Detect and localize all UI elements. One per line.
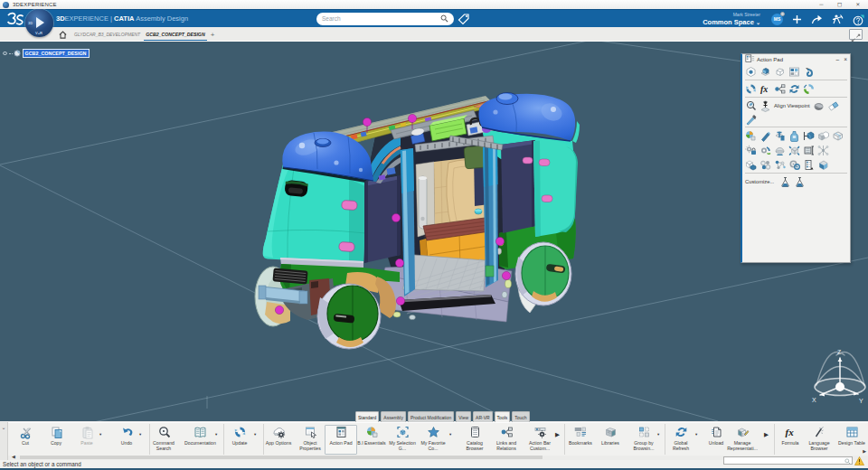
material-bottle-icon[interactable] [788,130,800,142]
connections-icon[interactable] [817,145,829,156]
set-viewpoint-icon[interactable] [760,100,771,112]
gear-update-icon[interactable] [760,145,771,156]
view-triad[interactable]: Z X Y [812,349,865,404]
actionbar-tab-tools[interactable]: Tools [495,411,511,422]
box-pair-icon[interactable] [745,159,757,171]
toolbar-item-action-pad[interactable]: Action Pad [325,425,357,455]
help-compass-icon[interactable] [853,14,864,25]
toolbar-item-my-selection[interactable]: My Selection G... [386,426,419,452]
gear-cluster-icon[interactable] [760,159,771,171]
toolbar-item-group-by[interactable]: Group by Browsin... [627,426,660,452]
toolbar-item-cut[interactable]: Cut [9,426,42,446]
toolbar-item-catalog-browser[interactable]: Catalog Browser [458,426,491,452]
tag-icon[interactable] [458,13,470,25]
panel-close-button[interactable]: × [844,55,847,64]
toolbar-collapse-rail[interactable]: ⌄ [0,422,8,460]
measure-item-icon[interactable] [745,130,757,142]
toolbar-item-libraries[interactable]: Libraries [594,426,627,446]
gear-lock-icon[interactable] [745,145,757,156]
customize-link[interactable]: Customize... [745,179,774,184]
action-pad-glyph-icon[interactable] [745,53,755,65]
align-viewpoint-label[interactable]: Align Viewpoint [774,103,810,108]
tree-node-root[interactable]: GCB2_CONCEPT_DESIGN [3,49,90,58]
actionbar-tab-view[interactable]: View [456,411,471,422]
eraser-icon[interactable] [827,100,839,112]
toolbar-item-app-options[interactable]: App Options [262,426,295,446]
toolbar-item-copy[interactable]: Copy [40,426,72,446]
tree-expander-icon[interactable] [3,52,7,56]
dropdown-arrow[interactable]: ▾ [449,432,451,437]
toolbar-item-bi-essentials[interactable]: B.I Essentials [355,426,388,446]
list-panel-icon[interactable] [803,159,815,171]
toolbar-item-links-relations[interactable]: Links and Relations [490,426,523,452]
search-input[interactable]: Search [316,13,454,25]
section-expand-arrow[interactable]: ▶ [764,431,769,438]
product-structure-icon[interactable] [745,66,757,78]
new-tab-button[interactable]: + [211,31,215,39]
toolbar-item-update[interactable]: Update [223,426,256,446]
fix-component-icon[interactable] [803,145,815,156]
zoom-area-icon[interactable] [745,100,757,112]
section-expand-arrow[interactable]: ▶ [555,431,560,438]
toolbar-item-formula[interactable]: Formula [774,426,807,446]
component-box-icon[interactable] [817,159,829,171]
clamp-a-icon[interactable] [774,130,786,142]
action-pad-header[interactable]: Action Pad –× [742,54,850,64]
actionbar-tab-product-modification[interactable]: Product Modification [408,411,454,422]
refresh-icon[interactable] [788,83,800,95]
toolbar-item-manage-representations[interactable]: Manage Representati... [726,426,759,452]
actionbar-tab-standard[interactable]: Standard [355,411,379,422]
assembly-tools-icon[interactable] [803,66,815,78]
clay-mode-icon[interactable] [813,100,825,112]
toolbar-item-object-properties[interactable]: Object Properties [294,426,326,452]
toolbar-overflow-arrow[interactable]: ▶ [863,448,866,454]
warning-icon[interactable] [854,456,864,465]
experience-a-icon[interactable] [779,176,791,188]
toolbar-item-my-favorite[interactable]: My Favorite Co... [417,426,449,452]
communities-icon[interactable] [832,14,844,24]
pipette-icon[interactable] [745,114,757,126]
actionbar-tab-touch[interactable]: Touch [512,411,529,422]
minimize-button[interactable]: – [819,0,823,9]
3d-viewport[interactable]: Z X Y GCB2_CONCEPT_DESIGN [0,42,868,421]
toolbar-item-paste[interactable]: Paste [71,426,103,446]
global-update-icon[interactable] [803,83,815,95]
share-icon[interactable] [811,14,823,24]
insert-component-icon[interactable] [760,66,771,78]
shuttle-model[interactable] [255,93,580,350]
insert-panel-icon[interactable] [788,66,800,78]
toolbar-item-actionbar-customize[interactable]: Action Bar Custom... [524,426,556,452]
clamp-b-icon[interactable] [803,130,815,142]
breadcrumb-development[interactable]: GLYDCAR_B3_DEVELOPMENT [74,32,140,37]
panel-minimize-button[interactable]: – [836,55,840,64]
toolbar-item-bookmarks[interactable]: Bookmarks [564,426,597,446]
avatar[interactable]: MS [771,14,783,25]
toolbar-item-command-search[interactable]: Command Search [147,426,180,452]
command-input[interactable] [723,456,853,465]
close-button[interactable]: ✕ [856,0,860,9]
formula-pad-icon[interactable]: fx [760,83,771,95]
toolbar-item-design-table[interactable]: Design Table [835,426,868,446]
add-icon[interactable] [792,14,802,24]
tree-node-label[interactable]: GCB2_CONCEPT_DESIGN [23,49,90,58]
scrollbar-thumb[interactable] [20,456,542,460]
insert-part-icon[interactable] [774,66,786,78]
explode-box-icon[interactable] [788,145,800,156]
space-selector[interactable]: Mark Streeter Common Space ⌄ [703,13,760,25]
toolbar-item-undo[interactable]: Undo [110,426,143,446]
relations-graph-icon[interactable] [774,159,786,171]
toolbar-item-documentation[interactable]: Documentation [184,426,216,446]
update-icon[interactable] [745,83,757,95]
links-structure-icon[interactable] [774,83,786,95]
experience-b-icon[interactable] [794,176,806,188]
maximize-button[interactable]: □ [838,0,842,9]
marker-pen-icon[interactable] [760,130,771,142]
dome-shape-icon[interactable] [774,145,786,156]
actionbar-tab-ar-vr[interactable]: AR-VR [473,411,493,422]
toolbar-item-global-refresh[interactable]: Global Refresh [665,426,697,452]
3dexperience-compass-button[interactable]: 3D V+R [25,9,53,37]
tab-active-document[interactable]: GCB2_CONCEPT_DESIGN [146,32,204,38]
bounding-box-icon[interactable] [832,130,844,142]
duplicate-box-icon[interactable] [817,130,829,142]
actionbar-tab-assembly[interactable]: Assembly [381,411,406,422]
